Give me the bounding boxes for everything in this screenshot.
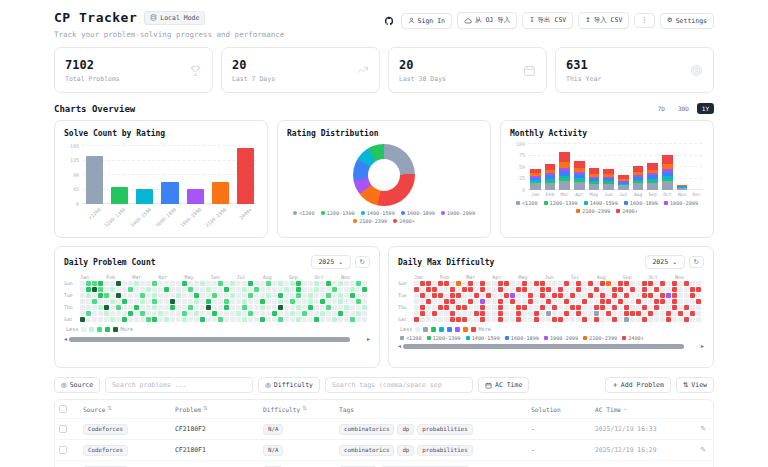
legend-item[interactable]: 1600-1899 — [401, 210, 435, 216]
heatmap-cell[interactable] — [110, 281, 115, 286]
heatmap-cell[interactable] — [302, 281, 307, 286]
stacked-bar[interactable] — [574, 144, 585, 190]
heatmap-cell[interactable] — [582, 305, 587, 310]
heatmap-cell[interactable] — [320, 287, 325, 292]
heatmap-cell[interactable] — [468, 299, 473, 304]
heatmap-cell[interactable] — [170, 287, 175, 292]
heatmap-cell[interactable] — [284, 299, 289, 304]
heatmap-cell[interactable] — [672, 311, 677, 316]
heatmap-cell[interactable] — [678, 305, 683, 310]
heatmap-cell[interactable] — [206, 299, 211, 304]
heatmap-cell[interactable] — [110, 317, 115, 322]
heatmap-cell[interactable] — [356, 299, 361, 304]
heatmap-cell[interactable] — [80, 299, 85, 304]
heatmap-cell[interactable] — [164, 287, 169, 292]
heatmap-cell[interactable] — [588, 293, 593, 298]
heatmap-cell[interactable] — [104, 311, 109, 316]
heatmap-cell[interactable] — [350, 293, 355, 298]
heatmap-cell[interactable] — [540, 311, 545, 316]
heatmap-cell[interactable] — [308, 287, 313, 292]
heatmap-cell[interactable] — [146, 281, 151, 286]
heatmap-cell[interactable] — [326, 311, 331, 316]
heatmap-cell[interactable] — [344, 287, 349, 292]
heatmap-cell[interactable] — [468, 287, 473, 292]
heatmap-cell[interactable] — [278, 287, 283, 292]
heatmap-cell[interactable] — [522, 281, 527, 286]
heatmap-cell[interactable] — [260, 317, 265, 322]
heatmap-cell[interactable] — [308, 305, 313, 310]
heatmap-cell[interactable] — [558, 305, 563, 310]
heatmap-cell[interactable] — [528, 311, 533, 316]
heatmap-cell[interactable] — [570, 299, 575, 304]
heatmap-cell[interactable] — [654, 287, 659, 292]
heatmap-cell[interactable] — [260, 281, 265, 286]
heatmap-cell[interactable] — [350, 299, 355, 304]
heatmap-cell[interactable] — [296, 317, 301, 322]
heatmap-cell[interactable] — [564, 287, 569, 292]
heatmap-cell[interactable] — [510, 299, 515, 304]
heatmap-cell[interactable] — [660, 305, 665, 310]
heatmap-cell[interactable] — [438, 281, 443, 286]
heatmap-cell[interactable] — [528, 299, 533, 304]
heatmap-cell[interactable] — [188, 299, 193, 304]
heatmap-cell[interactable] — [462, 317, 467, 322]
heatmap-cell[interactable] — [146, 299, 151, 304]
heatmap-cell[interactable] — [152, 317, 157, 322]
heatmap-cell[interactable] — [122, 299, 127, 304]
heatmap-cell[interactable] — [326, 287, 331, 292]
heatmap-cell[interactable] — [474, 317, 479, 322]
heatmap-cell[interactable] — [254, 293, 259, 298]
heatmap-cell[interactable] — [182, 305, 187, 310]
heatmap-cell[interactable] — [630, 305, 635, 310]
heatmap-cell[interactable] — [570, 287, 575, 292]
heatmap-cell[interactable] — [272, 317, 277, 322]
heatmap-cell[interactable] — [128, 281, 133, 286]
heatmap-cell[interactable] — [344, 281, 349, 286]
heatmap-cell[interactable] — [420, 311, 425, 316]
heatmap-cell[interactable] — [552, 293, 557, 298]
heatmap-cell[interactable] — [164, 311, 169, 316]
heatmap-cell[interactable] — [576, 299, 581, 304]
caret-left-icon[interactable]: ◂ — [64, 336, 67, 342]
heatmap-cell[interactable] — [666, 305, 671, 310]
heatmap-cell[interactable] — [128, 317, 133, 322]
heatmap-cell[interactable] — [420, 299, 425, 304]
heatmap-cell[interactable] — [606, 305, 611, 310]
heatmap-cell[interactable] — [606, 287, 611, 292]
heatmap-cell[interactable] — [630, 311, 635, 316]
stacked-bar[interactable] — [545, 144, 556, 190]
heatmap-cell[interactable] — [104, 305, 109, 310]
heatmap-cell[interactable] — [344, 317, 349, 322]
heatmap-cell[interactable] — [170, 317, 175, 322]
heatmap-cell[interactable] — [672, 293, 677, 298]
heatmap-cell[interactable] — [254, 305, 259, 310]
heatmap-cell[interactable] — [242, 293, 247, 298]
heatmap-cell[interactable] — [176, 317, 181, 322]
heatmap-cell[interactable] — [690, 293, 695, 298]
heatmap-cell[interactable] — [498, 281, 503, 286]
heatmap-cell[interactable] — [170, 299, 175, 304]
heatmap-cell[interactable] — [678, 293, 683, 298]
heatmap-cell[interactable] — [618, 305, 623, 310]
heatmap-cell[interactable] — [92, 311, 97, 316]
heatmap-cell[interactable] — [92, 305, 97, 310]
export-csv-button[interactable]: ↧ 导出 CSV — [522, 12, 573, 29]
heatmap-cell[interactable] — [672, 287, 677, 292]
refresh-icon[interactable]: ↻ — [355, 256, 370, 269]
heatmap-cell[interactable] — [468, 311, 473, 316]
heatmap-cell[interactable] — [432, 293, 437, 298]
heatmap-cell[interactable] — [206, 287, 211, 292]
heatmap-cell[interactable] — [182, 311, 187, 316]
difficulty-filter-button[interactable]: ◎ Difficulty — [258, 377, 320, 393]
heatmap-cell[interactable] — [516, 287, 521, 292]
heatmap-cell[interactable] — [690, 299, 695, 304]
heatmap-cell[interactable] — [260, 311, 265, 316]
heatmap-cell[interactable] — [242, 287, 247, 292]
stacked-bar[interactable] — [618, 144, 629, 190]
heatmap-cell[interactable] — [224, 281, 229, 286]
heatmap-cell[interactable] — [308, 281, 313, 286]
heatmap-cell[interactable] — [290, 317, 295, 322]
col-difficulty[interactable]: Difficulty⇅ — [263, 406, 339, 413]
heatmap-cell[interactable] — [492, 293, 497, 298]
heatmap-cell[interactable] — [206, 293, 211, 298]
